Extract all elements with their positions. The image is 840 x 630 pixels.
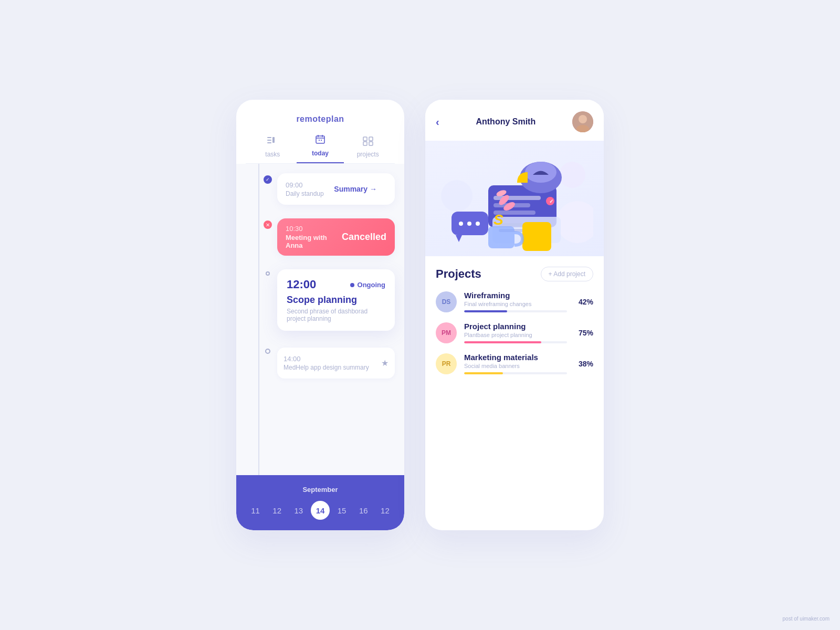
svg-rect-0 — [267, 137, 271, 138]
dot-1400 — [265, 349, 270, 354]
svg-point-22 — [459, 222, 463, 226]
today-label: today — [312, 150, 329, 157]
watermark: post of uimaker.com — [783, 616, 830, 622]
svg-rect-12 — [369, 137, 373, 141]
svg-point-19 — [559, 162, 585, 188]
profile-name: Anthony Smith — [476, 117, 536, 127]
project-item-0: DS Wireframing Final wireframing changes… — [436, 291, 593, 312]
ongoing-badge: Ongoing — [350, 281, 385, 289]
projects-label: projects — [357, 151, 379, 158]
svg-rect-13 — [363, 142, 367, 145]
title-1200: Scope planning — [287, 295, 385, 306]
project-avatar-0: DS — [436, 291, 457, 312]
svg-rect-35 — [522, 222, 551, 251]
name-1400: MedHelp app design summary — [284, 364, 376, 371]
name-0900: Daily standup — [286, 190, 324, 197]
project-pct-2: 38% — [574, 360, 593, 368]
desc-1200: Second phrase of dashborad project plann… — [287, 308, 385, 322]
project-avatar-2: PR — [436, 353, 457, 374]
calendar-date-16[interactable]: 16 — [354, 501, 373, 520]
back-button[interactable]: ‹ — [436, 116, 439, 128]
svg-point-16 — [579, 115, 587, 123]
event-1400: 14:00 MedHelp app design summary ★ — [246, 338, 395, 383]
svg-rect-9 — [319, 140, 320, 141]
event-1200: 12:00 Ongoing Scope planning Second phra… — [246, 260, 395, 338]
event-1030: ✕ 10:30 Meeting with Anna Cancelled — [246, 209, 395, 260]
tab-tasks[interactable]: tasks — [249, 136, 297, 163]
project-sub-1: Plantbase project planning — [464, 332, 567, 338]
event-card-1200: 12:00 Ongoing Scope planning Second phra… — [277, 269, 395, 331]
dot-checked: ✓ — [264, 175, 272, 184]
illustration-area: ✓ S — [425, 141, 604, 256]
svg-text:✓: ✓ — [549, 198, 553, 204]
projects-title: Projects — [436, 267, 481, 281]
progress-bg-2 — [464, 372, 567, 374]
progress-bg-0 — [464, 310, 567, 312]
event-0900: ✓ 09:00 Daily standup Summary → — [246, 164, 395, 209]
app-title: remoteplan — [249, 114, 392, 124]
cancelled-label: Cancelled — [342, 232, 386, 243]
svg-rect-42 — [488, 226, 514, 248]
avatar — [572, 111, 593, 132]
project-sub-0: Final wireframing changes — [464, 301, 567, 307]
project-name-2: Marketing materials — [464, 353, 567, 362]
svg-point-18 — [441, 180, 472, 212]
svg-rect-11 — [363, 137, 367, 141]
progress-fill-2 — [464, 372, 503, 374]
project-item-2: PR Marketing materials Social media bann… — [436, 353, 593, 374]
projects-list: DS Wireframing Final wireframing changes… — [436, 291, 593, 374]
event-card-1400: 14:00 MedHelp app design summary ★ — [277, 348, 395, 379]
svg-text:S: S — [494, 212, 503, 228]
calendar-date-12[interactable]: 12 — [268, 501, 287, 520]
time-1400: 14:00 — [284, 355, 376, 363]
project-pct-0: 42% — [574, 298, 593, 306]
calendar-footer: September 11121314151612 — [236, 475, 404, 530]
right-card: ‹ Anthony Smith — [425, 100, 604, 530]
timeline: ✓ 09:00 Daily standup Summary → ✕ 10:30 — [236, 164, 404, 475]
svg-marker-25 — [456, 235, 462, 242]
calendar-date-15[interactable]: 15 — [332, 501, 351, 520]
svg-rect-1 — [267, 140, 271, 141]
star-icon: ★ — [381, 358, 388, 368]
progress-bg-1 — [464, 341, 567, 343]
time-0900: 09:00 — [286, 181, 324, 189]
dot-cancelled: ✕ — [264, 220, 272, 229]
projects-header: Projects + Add project — [436, 267, 593, 281]
illustration-svg: ✓ S — [436, 143, 593, 254]
svg-rect-10 — [321, 140, 322, 141]
ongoing-dot — [350, 283, 354, 287]
svg-rect-2 — [267, 142, 271, 143]
svg-point-20 — [556, 201, 593, 243]
date-row: 11121314151612 — [245, 501, 396, 520]
summary-button[interactable]: Summary → — [324, 180, 386, 198]
left-card: remoteplan tasks — [236, 100, 404, 530]
projects-section: Projects + Add project DS Wireframing Fi… — [425, 256, 604, 530]
project-item-1: PM Project planning Plantbase project pl… — [436, 322, 593, 343]
calendar-date-13[interactable]: 13 — [289, 501, 308, 520]
add-project-button[interactable]: + Add project — [541, 267, 593, 281]
calendar-date-14[interactable]: 14 — [311, 501, 330, 520]
svg-rect-14 — [369, 142, 373, 145]
project-sub-2: Social media banners — [464, 363, 567, 369]
project-name-1: Project planning — [464, 322, 567, 331]
event-card-1030: 10:30 Meeting with Anna Cancelled — [277, 218, 395, 256]
time-1030: 10:30 — [286, 225, 342, 233]
progress-fill-1 — [464, 341, 541, 343]
tab-projects[interactable]: projects — [344, 136, 392, 163]
time-1200: 12:00 — [287, 278, 316, 291]
tasks-icon — [267, 136, 278, 149]
svg-rect-5 — [316, 136, 324, 143]
event-card-0900: 09:00 Daily standup Summary → — [277, 173, 395, 205]
today-icon — [315, 134, 326, 148]
card-header: remoteplan tasks — [236, 100, 404, 163]
calendar-date-12[interactable]: 12 — [375, 501, 394, 520]
profile-header: ‹ Anthony Smith — [425, 100, 604, 141]
event-content-1400: 14:00 MedHelp app design summary — [284, 355, 376, 371]
project-info-0: Wireframing Final wireframing changes — [464, 291, 567, 312]
project-avatar-1: PM — [436, 322, 457, 343]
tab-today[interactable]: today — [297, 134, 344, 163]
dot-ongoing — [266, 271, 270, 276]
tasks-label: tasks — [265, 151, 280, 158]
name-1030: Meeting with Anna — [286, 234, 342, 249]
calendar-date-11[interactable]: 11 — [246, 501, 265, 520]
